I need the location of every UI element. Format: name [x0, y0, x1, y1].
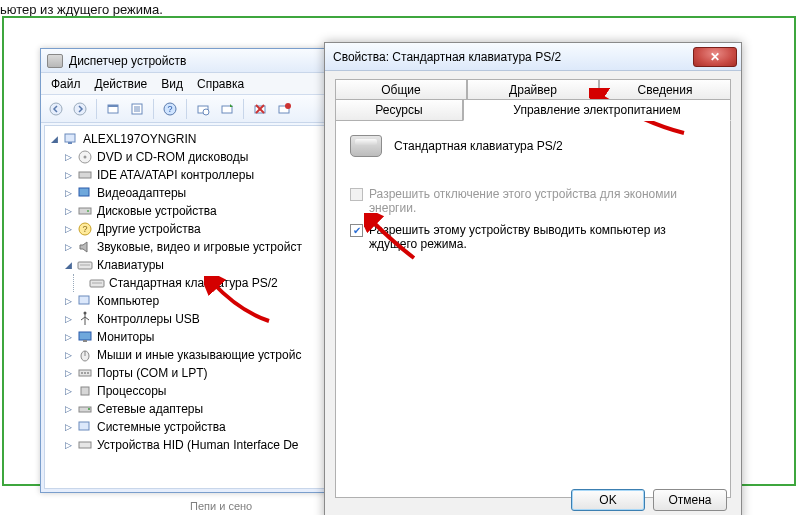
usb-icon: [77, 311, 93, 327]
tab-power-management[interactable]: Управление электропитанием: [463, 99, 731, 121]
tab-driver[interactable]: Драйвер: [467, 79, 599, 100]
toolbar-scan-icon[interactable]: [192, 98, 214, 120]
tree-item-sound[interactable]: ▷Звуковые, видео и игровые устройст: [49, 238, 325, 256]
keyboard-category-icon: [77, 257, 93, 273]
display-adapter-icon: [77, 185, 93, 201]
tree-item-ps2-keyboard[interactable]: Стандартная клавиатура PS/2: [49, 274, 325, 292]
tree-item-mice[interactable]: ▷Мыши и иные указывающие устройс: [49, 346, 325, 364]
expand-icon[interactable]: ▷: [63, 404, 74, 415]
tab-strip: Общие Драйвер Сведения Ресурсы Управлени…: [335, 79, 731, 121]
tab-details[interactable]: Сведения: [599, 79, 731, 100]
tree-item-cpu[interactable]: ▷Процессоры: [49, 382, 325, 400]
expand-icon[interactable]: ▷: [63, 242, 74, 253]
tree-item-disk[interactable]: ▷Дисковые устройства: [49, 202, 325, 220]
collapse-icon[interactable]: ◢: [63, 260, 74, 271]
menu-help[interactable]: Справка: [197, 77, 244, 91]
menu-action[interactable]: Действие: [95, 77, 148, 91]
devmgr-toolbar: ?: [41, 95, 329, 123]
ide-controller-icon: [77, 167, 93, 183]
tree-root[interactable]: ◢ ALEXL197OYNGRIN: [49, 130, 325, 148]
tree-item-other[interactable]: ▷?Другие устройства: [49, 220, 325, 238]
svg-rect-12: [222, 106, 232, 113]
tree-item-usb[interactable]: ▷Контроллеры USB: [49, 310, 325, 328]
device-manager-window: Диспетчер устройств Файл Действие Вид Сп…: [40, 48, 330, 493]
tree-item-system[interactable]: ▷Системные устройства: [49, 418, 325, 436]
power-management-panel: Стандартная клавиатура PS/2 Разрешить от…: [335, 120, 731, 498]
tree-label: IDE ATA/ATAPI контроллеры: [97, 168, 254, 182]
expand-icon[interactable]: ▷: [63, 422, 74, 433]
tab-general[interactable]: Общие: [335, 79, 467, 100]
toolbar-show-hidden-icon[interactable]: [102, 98, 124, 120]
svg-text:?: ?: [167, 104, 172, 114]
tree-item-monitors[interactable]: ▷Мониторы: [49, 328, 325, 346]
expand-icon[interactable]: ▷: [63, 152, 74, 163]
allow-wake-row: ✔ Разрешить этому устройству выводить ко…: [350, 223, 716, 251]
expand-icon[interactable]: ▷: [63, 350, 74, 361]
svg-rect-3: [108, 105, 118, 107]
expand-icon[interactable]: ▷: [63, 368, 74, 379]
tree-item-hid[interactable]: ▷Устройства HID (Human Interface De: [49, 436, 325, 454]
svg-point-21: [84, 156, 87, 159]
expand-icon[interactable]: ▷: [63, 314, 74, 325]
device-tree[interactable]: ◢ ALEXL197OYNGRIN ▷DVD и CD-ROM дисковод…: [44, 125, 326, 489]
menu-file[interactable]: Файл: [51, 77, 81, 91]
svg-point-41: [87, 372, 89, 374]
tree-label: Процессоры: [97, 384, 167, 398]
menu-view[interactable]: Вид: [161, 77, 183, 91]
tree-item-network[interactable]: ▷Сетевые адаптеры: [49, 400, 325, 418]
tree-label: Дисковые устройства: [97, 204, 217, 218]
toolbar-uninstall-icon[interactable]: [249, 98, 271, 120]
toolbar-sep: [186, 99, 187, 119]
toolbar-properties-icon[interactable]: [126, 98, 148, 120]
tree-label: Стандартная клавиатура PS/2: [109, 276, 278, 290]
tree-label: Устройства HID (Human Interface De: [97, 438, 299, 452]
tree-item-ports[interactable]: ▷Порты (COM и LPT): [49, 364, 325, 382]
expand-icon[interactable]: ▷: [63, 170, 74, 181]
svg-point-39: [81, 372, 83, 374]
expand-icon[interactable]: ▷: [63, 296, 74, 307]
toolbar-back-icon[interactable]: [45, 98, 67, 120]
tree-label: Звуковые, видео и игровые устройст: [97, 240, 302, 254]
dialog-buttons: OK Отмена: [571, 489, 727, 511]
tree-item-dvd[interactable]: ▷DVD и CD-ROM дисководы: [49, 148, 325, 166]
cancel-button[interactable]: Отмена: [653, 489, 727, 511]
toolbar-help-icon[interactable]: ?: [159, 98, 181, 120]
devmgr-titlebar: Диспетчер устройств: [41, 49, 329, 73]
toolbar-sep: [153, 99, 154, 119]
tree-item-video[interactable]: ▷Видеоадаптеры: [49, 184, 325, 202]
svg-rect-18: [65, 134, 75, 142]
collapse-icon[interactable]: ◢: [49, 134, 60, 145]
svg-rect-19: [68, 142, 72, 144]
keyboard-large-icon: [350, 135, 382, 157]
tree-label: Мыши и иные указывающие устройс: [97, 348, 301, 362]
expand-icon[interactable]: ▷: [63, 224, 74, 235]
toolbar-forward-icon[interactable]: [69, 98, 91, 120]
toolbar-update-icon[interactable]: [216, 98, 238, 120]
cpu-icon: [77, 383, 93, 399]
close-button[interactable]: ✕: [693, 47, 737, 67]
computer-icon: [63, 131, 79, 147]
expand-icon[interactable]: ▷: [63, 206, 74, 217]
devmgr-app-icon: [47, 54, 63, 68]
svg-rect-24: [79, 208, 91, 214]
tree-item-keyboards[interactable]: ◢Клавиатуры: [49, 256, 325, 274]
device-name-label: Стандартная клавиатура PS/2: [394, 139, 563, 153]
expand-icon[interactable]: ▷: [63, 188, 74, 199]
expand-icon[interactable]: ▷: [63, 440, 74, 451]
allow-wake-checkbox[interactable]: ✔: [350, 224, 363, 237]
ok-button[interactable]: OK: [571, 489, 645, 511]
svg-point-17: [285, 103, 291, 109]
tree-label: Компьютер: [97, 294, 159, 308]
expand-icon[interactable]: ▷: [63, 332, 74, 343]
svg-rect-32: [79, 296, 89, 304]
tree-item-ide[interactable]: ▷IDE ATA/ATAPI контроллеры: [49, 166, 325, 184]
truncated-footer-text: Пепи и сено: [190, 500, 252, 512]
tree-label: Клавиатуры: [97, 258, 164, 272]
tab-resources[interactable]: Ресурсы: [335, 99, 463, 121]
toolbar-disable-icon[interactable]: [273, 98, 295, 120]
tree-label: Сетевые адаптеры: [97, 402, 203, 416]
tree-item-computer[interactable]: ▷Компьютер: [49, 292, 325, 310]
svg-text:?: ?: [82, 224, 87, 234]
svg-point-40: [84, 372, 86, 374]
expand-icon[interactable]: ▷: [63, 386, 74, 397]
